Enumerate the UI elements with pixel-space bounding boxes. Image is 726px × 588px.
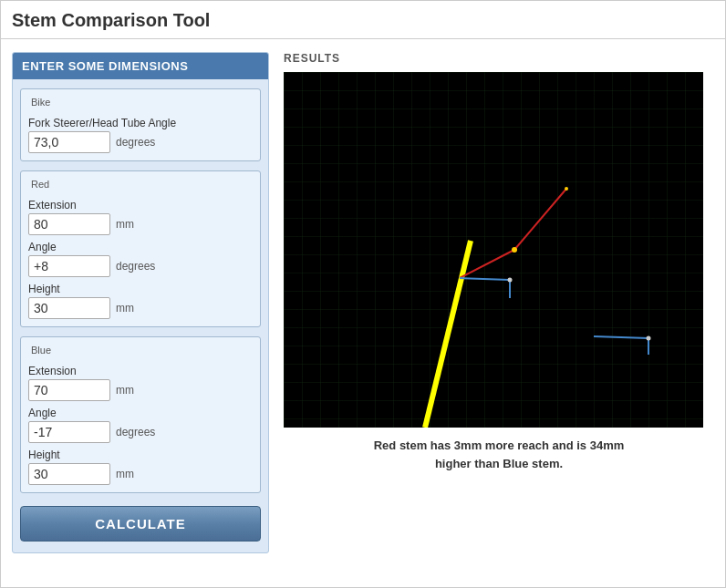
- red-height-input[interactable]: [28, 297, 110, 319]
- blue-height-unit: mm: [116, 468, 134, 480]
- svg-point-9: [508, 278, 513, 283]
- results-label: RESULTS: [284, 52, 714, 65]
- head-tube-angle-row: degrees: [28, 131, 253, 153]
- blue-angle-row: degrees: [28, 421, 253, 443]
- result-text: Red stem has 3mm more reach and is 34mm …: [284, 437, 714, 472]
- red-angle-row: degrees: [28, 255, 253, 277]
- head-tube-angle-unit: degrees: [116, 136, 155, 149]
- left-panel: ENTER SOME DIMENSIONS Bike Fork Steerer/…: [12, 52, 269, 553]
- bike-section-label: Bike: [28, 97, 53, 108]
- red-angle-unit: degrees: [116, 260, 155, 273]
- red-section: Red Extension mm Angle degrees Height mm: [20, 170, 261, 327]
- svg-point-5: [512, 247, 517, 253]
- head-tube-angle-label: Fork Steerer/Head Tube Angle: [28, 117, 253, 129]
- svg-point-12: [647, 336, 651, 341]
- blue-height-input[interactable]: [28, 463, 110, 485]
- bike-section: Bike Fork Steerer/Head Tube Angle degree…: [20, 88, 261, 161]
- blue-angle-label: Angle: [28, 407, 253, 419]
- grid-svg: [284, 72, 703, 428]
- app-title: Stem Comparison Tool: [12, 10, 210, 30]
- red-extension-input[interactable]: [28, 213, 110, 235]
- red-extension-unit: mm: [116, 218, 134, 231]
- red-section-label: Red: [28, 179, 52, 190]
- result-line2: higher than Blue stem.: [435, 457, 563, 470]
- blue-height-label: Height: [28, 449, 253, 461]
- red-extension-row: mm: [28, 213, 253, 235]
- blue-height-row: mm: [28, 463, 253, 485]
- red-height-row: mm: [28, 297, 253, 319]
- red-height-unit: mm: [116, 302, 134, 315]
- red-extension-label: Extension: [28, 199, 253, 211]
- red-angle-input[interactable]: [28, 255, 110, 277]
- result-line1: Red stem has 3mm more reach and is 34mm: [374, 438, 625, 452]
- blue-angle-input[interactable]: [28, 421, 110, 443]
- red-height-label: Height: [28, 283, 253, 295]
- blue-section: Blue Extension mm Angle degrees Height m…: [20, 336, 261, 493]
- panel-header: ENTER SOME DIMENSIONS: [13, 53, 268, 79]
- app-container: Stem Comparison Tool ENTER SOME DIMENSIO…: [0, 0, 726, 588]
- blue-extension-label: Extension: [28, 365, 253, 377]
- head-tube-angle-input[interactable]: [28, 131, 110, 153]
- svg-rect-1: [284, 72, 703, 428]
- blue-section-label: Blue: [28, 345, 54, 356]
- red-angle-label: Angle: [28, 241, 253, 253]
- right-panel: RESULTS: [284, 52, 714, 472]
- calculate-button[interactable]: CALCULATE: [20, 506, 261, 542]
- blue-extension-input[interactable]: [28, 379, 110, 401]
- blue-angle-unit: degrees: [116, 426, 155, 438]
- svg-point-6: [565, 187, 568, 191]
- blue-extension-unit: mm: [116, 384, 134, 397]
- blue-extension-row: mm: [28, 379, 253, 401]
- visualization-canvas: [284, 72, 703, 428]
- main-content: ENTER SOME DIMENSIONS Bike Fork Steerer/…: [1, 39, 725, 566]
- app-header: Stem Comparison Tool: [1, 1, 725, 39]
